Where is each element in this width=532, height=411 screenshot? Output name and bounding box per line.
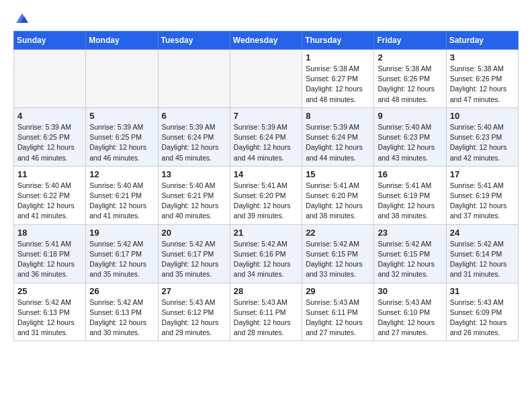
calendar-cell: 18Sunrise: 5:41 AMSunset: 6:18 PMDayligh… — [14, 224, 86, 283]
day-number: 4 — [17, 111, 82, 121]
calendar-cell: 31Sunrise: 5:43 AMSunset: 6:09 PMDayligh… — [446, 283, 518, 341]
day-number: 13 — [162, 169, 226, 179]
day-info: Sunrise: 5:40 AMSunset: 6:21 PMDaylight:… — [162, 181, 226, 222]
day-info: Sunrise: 5:42 AMSunset: 6:15 PMDaylight:… — [378, 239, 442, 280]
day-number: 6 — [162, 111, 226, 121]
day-number: 21 — [234, 228, 298, 238]
calendar-cell: 11Sunrise: 5:40 AMSunset: 6:22 PMDayligh… — [14, 166, 86, 224]
day-info: Sunrise: 5:40 AMSunset: 6:21 PMDaylight:… — [89, 181, 154, 222]
day-number: 19 — [89, 228, 154, 238]
calendar-cell: 4Sunrise: 5:39 AMSunset: 6:25 PMDaylight… — [14, 107, 86, 166]
day-number: 30 — [378, 286, 442, 296]
calendar-cell: 17Sunrise: 5:41 AMSunset: 6:19 PMDayligh… — [446, 166, 518, 224]
calendar-cell: 24Sunrise: 5:42 AMSunset: 6:14 PMDayligh… — [446, 224, 518, 283]
day-number: 27 — [162, 286, 226, 296]
page: SundayMondayTuesdayWednesdayThursdayFrid… — [0, 0, 532, 352]
day-info: Sunrise: 5:42 AMSunset: 6:17 PMDaylight:… — [162, 239, 226, 280]
day-number: 1 — [306, 52, 370, 62]
calendar-cell: 9Sunrise: 5:40 AMSunset: 6:23 PMDaylight… — [374, 107, 446, 166]
calendar-cell: 1Sunrise: 5:38 AMSunset: 6:27 PMDaylight… — [302, 50, 374, 108]
day-number: 14 — [234, 169, 298, 179]
day-number: 17 — [450, 169, 515, 179]
calendar-cell — [86, 50, 158, 108]
day-info: Sunrise: 5:43 AMSunset: 6:11 PMDaylight:… — [306, 298, 370, 338]
calendar-cell — [158, 50, 230, 108]
day-info: Sunrise: 5:39 AMSunset: 6:24 PMDaylight:… — [306, 122, 370, 163]
calendar-row: 1Sunrise: 5:38 AMSunset: 6:27 PMDaylight… — [14, 50, 519, 108]
calendar-cell: 14Sunrise: 5:41 AMSunset: 6:20 PMDayligh… — [230, 166, 302, 224]
day-info: Sunrise: 5:42 AMSunset: 6:13 PMDaylight:… — [89, 298, 154, 338]
col-header-thursday: Thursday — [302, 32, 374, 50]
day-info: Sunrise: 5:43 AMSunset: 6:11 PMDaylight:… — [234, 298, 298, 338]
logo — [13, 11, 30, 26]
day-number: 10 — [450, 111, 515, 121]
day-info: Sunrise: 5:42 AMSunset: 6:17 PMDaylight:… — [89, 239, 154, 280]
calendar-cell — [14, 50, 86, 108]
col-header-sunday: Sunday — [14, 32, 86, 50]
logo-icon — [15, 11, 30, 26]
col-header-wednesday: Wednesday — [230, 32, 302, 50]
calendar-cell: 25Sunrise: 5:42 AMSunset: 6:13 PMDayligh… — [14, 283, 86, 341]
calendar-cell: 30Sunrise: 5:43 AMSunset: 6:10 PMDayligh… — [374, 283, 446, 341]
calendar-row: 18Sunrise: 5:41 AMSunset: 6:18 PMDayligh… — [14, 224, 519, 283]
day-info: Sunrise: 5:43 AMSunset: 6:09 PMDaylight:… — [450, 298, 515, 338]
day-number: 11 — [17, 169, 82, 179]
day-info: Sunrise: 5:40 AMSunset: 6:22 PMDaylight:… — [17, 181, 82, 222]
day-info: Sunrise: 5:40 AMSunset: 6:23 PMDaylight:… — [450, 122, 515, 163]
calendar-row: 25Sunrise: 5:42 AMSunset: 6:13 PMDayligh… — [14, 283, 519, 341]
day-number: 29 — [306, 286, 370, 296]
calendar-cell: 21Sunrise: 5:42 AMSunset: 6:16 PMDayligh… — [230, 224, 302, 283]
calendar-row: 11Sunrise: 5:40 AMSunset: 6:22 PMDayligh… — [14, 166, 519, 224]
header — [13, 11, 519, 26]
day-number: 15 — [306, 169, 370, 179]
day-info: Sunrise: 5:42 AMSunset: 6:16 PMDaylight:… — [234, 239, 298, 280]
calendar: SundayMondayTuesdayWednesdayThursdayFrid… — [13, 31, 519, 341]
day-number: 24 — [450, 228, 515, 238]
calendar-cell: 29Sunrise: 5:43 AMSunset: 6:11 PMDayligh… — [302, 283, 374, 341]
day-info: Sunrise: 5:41 AMSunset: 6:18 PMDaylight:… — [17, 239, 82, 280]
day-info: Sunrise: 5:38 AMSunset: 6:26 PMDaylight:… — [378, 64, 442, 105]
day-number: 12 — [89, 169, 154, 179]
calendar-cell: 15Sunrise: 5:41 AMSunset: 6:20 PMDayligh… — [302, 166, 374, 224]
calendar-cell: 23Sunrise: 5:42 AMSunset: 6:15 PMDayligh… — [374, 224, 446, 283]
calendar-cell: 3Sunrise: 5:38 AMSunset: 6:26 PMDaylight… — [446, 50, 518, 108]
day-number: 8 — [306, 111, 370, 121]
calendar-cell: 28Sunrise: 5:43 AMSunset: 6:11 PMDayligh… — [230, 283, 302, 341]
col-header-tuesday: Tuesday — [158, 32, 230, 50]
day-info: Sunrise: 5:38 AMSunset: 6:26 PMDaylight:… — [450, 64, 515, 105]
day-info: Sunrise: 5:41 AMSunset: 6:19 PMDaylight:… — [378, 181, 442, 222]
day-info: Sunrise: 5:41 AMSunset: 6:19 PMDaylight:… — [450, 181, 515, 222]
day-number: 25 — [17, 286, 82, 296]
day-info: Sunrise: 5:40 AMSunset: 6:23 PMDaylight:… — [378, 122, 442, 163]
day-info: Sunrise: 5:39 AMSunset: 6:24 PMDaylight:… — [162, 122, 226, 163]
day-number: 2 — [378, 52, 442, 62]
calendar-cell: 22Sunrise: 5:42 AMSunset: 6:15 PMDayligh… — [302, 224, 374, 283]
day-number: 22 — [306, 228, 370, 238]
day-number: 31 — [450, 286, 515, 296]
col-header-saturday: Saturday — [446, 32, 518, 50]
col-header-monday: Monday — [86, 32, 158, 50]
day-number: 26 — [89, 286, 154, 296]
calendar-cell: 10Sunrise: 5:40 AMSunset: 6:23 PMDayligh… — [446, 107, 518, 166]
calendar-row: 4Sunrise: 5:39 AMSunset: 6:25 PMDaylight… — [14, 107, 519, 166]
day-info: Sunrise: 5:42 AMSunset: 6:13 PMDaylight:… — [17, 298, 82, 338]
calendar-cell: 5Sunrise: 5:39 AMSunset: 6:25 PMDaylight… — [86, 107, 158, 166]
day-info: Sunrise: 5:41 AMSunset: 6:20 PMDaylight:… — [306, 181, 370, 222]
day-info: Sunrise: 5:38 AMSunset: 6:27 PMDaylight:… — [306, 64, 370, 105]
calendar-cell: 16Sunrise: 5:41 AMSunset: 6:19 PMDayligh… — [374, 166, 446, 224]
day-number: 7 — [234, 111, 298, 121]
calendar-cell: 12Sunrise: 5:40 AMSunset: 6:21 PMDayligh… — [86, 166, 158, 224]
calendar-cell: 26Sunrise: 5:42 AMSunset: 6:13 PMDayligh… — [86, 283, 158, 341]
calendar-cell: 8Sunrise: 5:39 AMSunset: 6:24 PMDaylight… — [302, 107, 374, 166]
day-info: Sunrise: 5:43 AMSunset: 6:12 PMDaylight:… — [162, 298, 226, 338]
day-info: Sunrise: 5:43 AMSunset: 6:10 PMDaylight:… — [378, 298, 442, 338]
day-number: 5 — [89, 111, 154, 121]
col-header-friday: Friday — [374, 32, 446, 50]
calendar-cell: 19Sunrise: 5:42 AMSunset: 6:17 PMDayligh… — [86, 224, 158, 283]
calendar-header-row: SundayMondayTuesdayWednesdayThursdayFrid… — [14, 32, 519, 50]
day-info: Sunrise: 5:39 AMSunset: 6:25 PMDaylight:… — [17, 122, 82, 163]
day-number: 23 — [378, 228, 442, 238]
calendar-cell: 27Sunrise: 5:43 AMSunset: 6:12 PMDayligh… — [158, 283, 230, 341]
day-info: Sunrise: 5:42 AMSunset: 6:15 PMDaylight:… — [306, 239, 370, 280]
day-number: 18 — [17, 228, 82, 238]
